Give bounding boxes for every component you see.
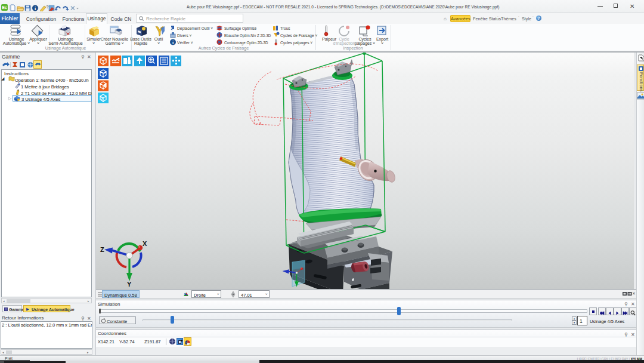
svg-text:?: ? [46, 4, 49, 10]
svg-text:X: X [143, 240, 147, 247]
svg-text:Z: Z [100, 246, 104, 253]
svg-text:Y: Y [127, 281, 132, 288]
